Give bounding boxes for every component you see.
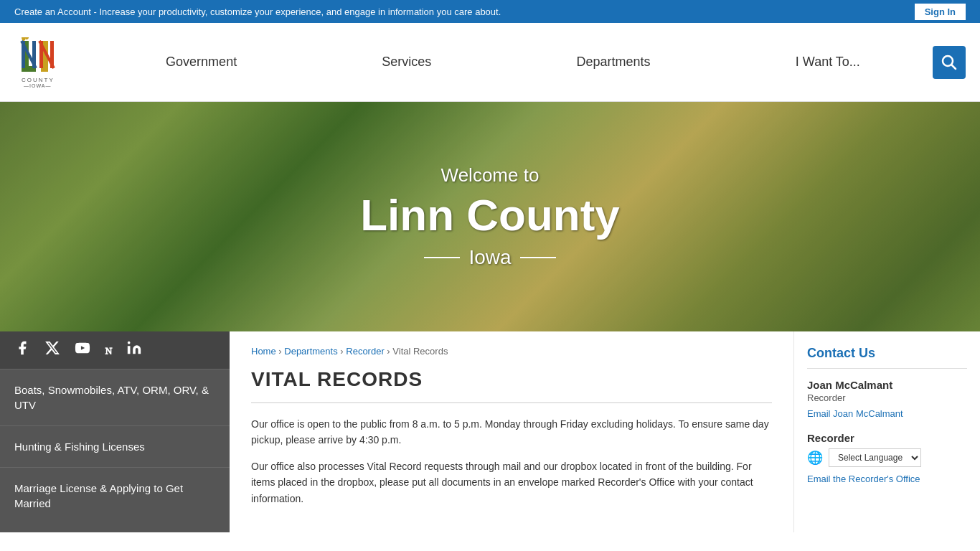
- sidebar-link-marriage[interactable]: Marriage License & Applying to Get Marri…: [0, 468, 230, 524]
- hero-title: Linn County: [360, 191, 620, 240]
- translate-icon: 🌐: [807, 450, 823, 466]
- page-title: VITAL RECORDS: [251, 368, 772, 391]
- social-bar: ɴ: [0, 331, 230, 369]
- nav-departments[interactable]: Departments: [562, 47, 665, 77]
- breadcrumb-departments[interactable]: Departments: [284, 346, 337, 357]
- hero-welcome-text: Welcome to: [360, 164, 620, 187]
- nextdoor-icon[interactable]: ɴ: [105, 344, 112, 357]
- svg-line-16: [952, 65, 956, 69]
- breadcrumb-home[interactable]: Home: [251, 346, 276, 357]
- recorder-email-link[interactable]: Email the Recorder's Office: [807, 474, 920, 484]
- contact-section-title: Recorder: [807, 432, 967, 444]
- breadcrumb-recorder[interactable]: Recorder: [346, 346, 384, 357]
- content-paragraph-2: Our office also processes Vital Record r…: [251, 458, 772, 507]
- search-button[interactable]: [933, 46, 966, 79]
- sidebar-item-hunting[interactable]: Hunting & Fishing Licenses: [0, 425, 230, 467]
- contact-us-title: Contact Us: [807, 346, 967, 369]
- search-icon: [941, 55, 957, 70]
- hero-section: Welcome to Linn County Iowa: [0, 102, 980, 331]
- nav-services[interactable]: Services: [367, 47, 446, 77]
- contact-role: Recorder: [807, 392, 967, 403]
- sidebar-link-hunting[interactable]: Hunting & Fishing Licenses: [0, 426, 230, 467]
- sidebar-item-boats[interactable]: Boats, Snowmobiles, ATV, ORM, ORV, & UTV: [0, 369, 230, 425]
- nav-i-want-to[interactable]: I Want To...: [781, 47, 875, 77]
- hero-subtitle-text: Iowa: [468, 246, 511, 269]
- site-header: COUNTY —IOWA— Government Services Depart…: [0, 23, 980, 102]
- svg-text:—IOWA—: —IOWA—: [24, 83, 51, 88]
- content-area: Home › Departments › Recorder › Vital Re…: [230, 331, 793, 532]
- banner-message: Create an Account - Increase your produc…: [14, 6, 501, 17]
- twitter-icon[interactable]: [44, 340, 60, 360]
- top-banner: Create an Account - Increase your produc…: [0, 0, 980, 23]
- breadcrumb-current: Vital Records: [392, 346, 448, 357]
- sidebar-item-marriage[interactable]: Marriage License & Applying to Get Marri…: [0, 467, 230, 524]
- hero-line-left: [424, 257, 460, 258]
- hero-line-right: [520, 257, 556, 258]
- hero-content: Welcome to Linn County Iowa: [360, 164, 620, 268]
- sidebar-link-boats[interactable]: Boats, Snowmobiles, ATV, ORM, ORV, & UTV: [0, 369, 230, 425]
- logo-svg: COUNTY —IOWA—: [18, 37, 61, 88]
- content-paragraph-1: Our office is open to the public from 8 …: [251, 416, 772, 448]
- contact-name: Joan McCalmant: [807, 379, 967, 391]
- translate-widget: 🌐 Select Language Spanish French: [807, 448, 967, 467]
- linkedin-icon[interactable]: [126, 340, 142, 360]
- nav-government[interactable]: Government: [151, 47, 251, 77]
- logo[interactable]: COUNTY —IOWA—: [14, 37, 65, 88]
- sign-in-button[interactable]: Sign In: [915, 4, 966, 20]
- main-nav: Government Services Departments I Want T…: [93, 47, 933, 77]
- facebook-icon[interactable]: [14, 340, 30, 360]
- left-sidebar: ɴ Boats, Snowmobiles, ATV, ORM, ORV, & U…: [0, 331, 230, 532]
- hero-subtitle: Iowa: [360, 246, 620, 269]
- right-sidebar: Contact Us Joan McCalmant Recorder Email…: [793, 331, 980, 532]
- contact-email-link[interactable]: Email Joan McCalmant: [807, 408, 903, 419]
- svg-point-17: [128, 342, 131, 344]
- content-divider: [251, 402, 772, 403]
- sidebar-nav: Boats, Snowmobiles, ATV, ORM, ORV, & UTV…: [0, 369, 230, 524]
- language-select[interactable]: Select Language Spanish French: [829, 448, 921, 467]
- svg-text:COUNTY: COUNTY: [22, 77, 55, 83]
- youtube-icon[interactable]: [75, 340, 90, 360]
- breadcrumb: Home › Departments › Recorder › Vital Re…: [251, 346, 772, 357]
- main-area: ɴ Boats, Snowmobiles, ATV, ORM, ORV, & U…: [0, 331, 980, 532]
